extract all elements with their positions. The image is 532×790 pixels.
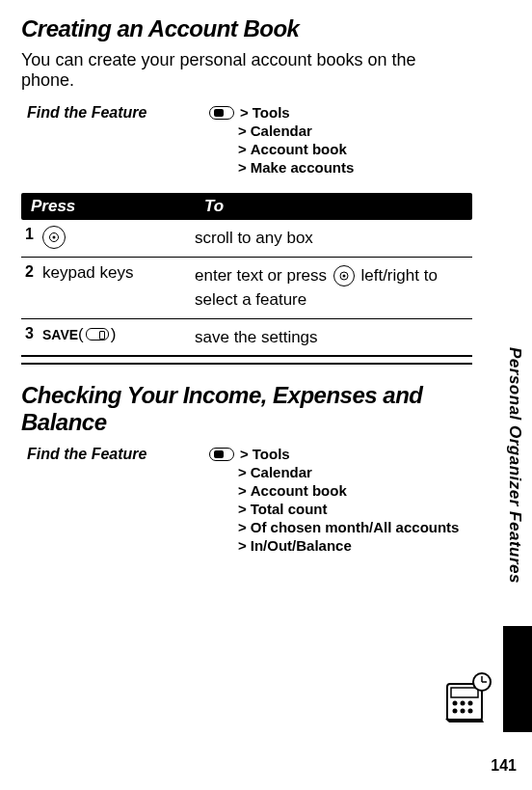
row-press bbox=[42, 226, 195, 249]
page-content: Creating an Account Book You can create … bbox=[0, 0, 493, 586]
table-row: 1 scroll to any box bbox=[21, 220, 472, 258]
save-label: SAVE bbox=[42, 327, 78, 342]
gt-symbol: > bbox=[238, 482, 247, 499]
feature-path-item: Total count bbox=[251, 501, 328, 517]
open-paren: ( bbox=[78, 325, 84, 344]
feature-path-row: > Make accounts bbox=[209, 159, 472, 176]
gt-symbol: > bbox=[238, 123, 247, 139]
svg-point-2 bbox=[453, 701, 458, 706]
tab-marker bbox=[503, 626, 532, 732]
gt-symbol: > bbox=[240, 104, 249, 121]
page-number: 141 bbox=[491, 757, 517, 775]
section-heading-1: Creating an Account Book bbox=[21, 15, 472, 42]
feature-path-row: > Of chosen month/All accounts bbox=[209, 519, 472, 535]
gt-symbol: > bbox=[238, 159, 247, 176]
find-feature-block-1: Find the Feature > Tools > Calendar > Ac… bbox=[21, 104, 472, 177]
instruction-table: Press To 1 scroll to any box 2 keypad ke… bbox=[21, 193, 472, 357]
feature-path-row: > Tools bbox=[209, 104, 472, 121]
table-header: Press To bbox=[21, 193, 472, 220]
svg-rect-1 bbox=[451, 688, 478, 697]
section-divider bbox=[21, 363, 472, 365]
feature-path-item: Account book bbox=[251, 482, 347, 499]
svg-point-3 bbox=[461, 701, 466, 706]
row-to: scroll to any box bbox=[195, 226, 472, 251]
navigation-icon bbox=[42, 226, 66, 249]
menu-icon bbox=[209, 448, 234, 461]
feature-path-row: > Tools bbox=[209, 446, 472, 462]
feature-path-item: Tools bbox=[253, 104, 290, 121]
row-to: save the settings bbox=[195, 325, 472, 350]
keypad-keys-label: keypad keys bbox=[42, 263, 134, 283]
close-paren: ) bbox=[111, 325, 117, 344]
gt-symbol: > bbox=[238, 141, 247, 157]
feature-path-item: In/Out/Balance bbox=[251, 537, 352, 554]
gt-symbol: > bbox=[238, 519, 247, 535]
intro-text: You can create your personal account boo… bbox=[21, 50, 472, 91]
feature-path-item: Account book bbox=[251, 141, 347, 157]
feature-path-row: > Account book bbox=[209, 482, 472, 499]
row-press: SAVE ( ) bbox=[42, 325, 195, 344]
gt-symbol: > bbox=[238, 501, 247, 517]
row-num: 3 bbox=[21, 325, 42, 342]
find-feature-block-2: Find the Feature > Tools > Calendar > Ac… bbox=[21, 446, 472, 556]
svg-point-5 bbox=[453, 709, 458, 714]
section-heading-2: Checking Your Income, Expenses and Balan… bbox=[21, 382, 472, 436]
header-press: Press bbox=[21, 193, 195, 220]
feature-path-2: > Tools > Calendar > Account book > Tota… bbox=[209, 446, 472, 556]
header-to: To bbox=[195, 193, 472, 220]
table-row: 2 keypad keys enter text or press left/r… bbox=[21, 258, 472, 319]
svg-point-4 bbox=[468, 701, 473, 706]
find-feature-label: Find the Feature bbox=[21, 104, 209, 177]
menu-icon bbox=[209, 106, 234, 120]
feature-path-item: Tools bbox=[253, 446, 290, 462]
gt-symbol: > bbox=[238, 464, 247, 480]
feature-path-item: Calendar bbox=[251, 464, 312, 480]
feature-path-row: > Calendar bbox=[209, 123, 472, 139]
table-row: 3 SAVE ( ) save the settings bbox=[21, 319, 472, 358]
row-num: 1 bbox=[21, 226, 42, 243]
gt-symbol: > bbox=[240, 446, 249, 462]
feature-path-row: > In/Out/Balance bbox=[209, 537, 472, 554]
find-feature-label: Find the Feature bbox=[21, 446, 209, 556]
feature-path-row: > Calendar bbox=[209, 464, 472, 480]
to-prefix: enter text or press bbox=[195, 266, 332, 285]
feature-path-row: > Account book bbox=[209, 141, 472, 157]
softkey-icon bbox=[86, 328, 109, 341]
svg-point-6 bbox=[461, 709, 466, 714]
feature-path-item: Calendar bbox=[251, 123, 312, 139]
feature-path-item: Make accounts bbox=[251, 159, 355, 176]
svg-point-7 bbox=[468, 709, 473, 714]
navigation-icon bbox=[333, 265, 355, 286]
feature-path-1: > Tools > Calendar > Account book > Make… bbox=[209, 104, 472, 177]
row-press: keypad keys bbox=[42, 263, 195, 283]
gt-symbol: > bbox=[238, 537, 247, 554]
chapter-label: Personal Organizer Features bbox=[505, 347, 524, 584]
row-num: 2 bbox=[21, 263, 42, 281]
row-to: enter text or press left/right to select… bbox=[195, 263, 472, 313]
feature-path-item: Of chosen month/All accounts bbox=[251, 519, 460, 535]
feature-path-row: > Total count bbox=[209, 501, 472, 517]
organizer-icon bbox=[439, 670, 493, 724]
